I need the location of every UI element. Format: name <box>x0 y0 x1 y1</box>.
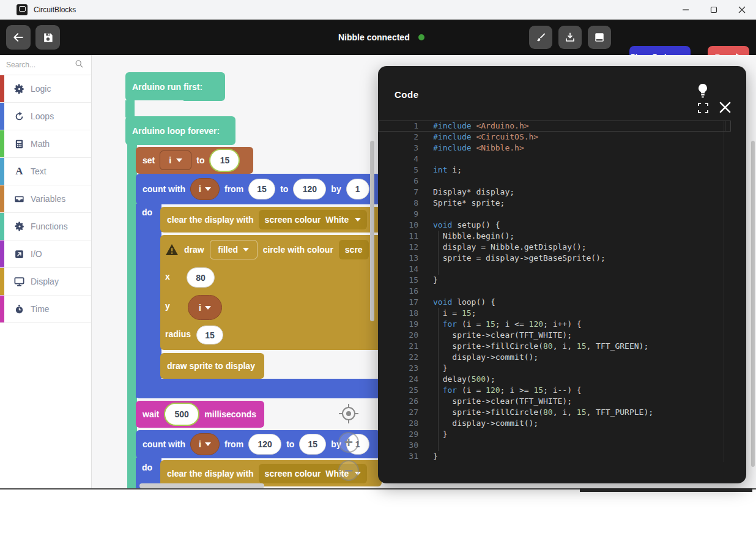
code-line[interactable]: 28 display->commit(); <box>378 418 731 429</box>
console-button[interactable] <box>588 26 611 49</box>
code-text: #include <CircuitOS.h> <box>433 132 538 141</box>
code-line[interactable]: 29 } <box>378 429 731 440</box>
close-button[interactable] <box>728 0 756 20</box>
autoformat-button[interactable] <box>695 82 711 100</box>
code-line[interactable]: 25 for (i = 120; i >= 15; i--) { <box>378 385 731 396</box>
code-line[interactable]: 22 display->commit(); <box>378 352 731 363</box>
code-line[interactable]: 27 sprite->fillCircle(80, i, 15, TFT_PUR… <box>378 407 731 418</box>
zoom-out-button[interactable]: − <box>338 460 359 481</box>
back-button[interactable] <box>6 25 31 50</box>
block-label: set <box>143 155 155 165</box>
sidebar-item-variables[interactable]: Variables <box>0 185 91 213</box>
minimize-button[interactable] <box>672 0 700 20</box>
number-value: 15 <box>205 330 215 340</box>
code-line[interactable]: 31} <box>378 451 731 462</box>
number-field[interactable]: 120 <box>248 434 281 455</box>
code-line[interactable]: 14 <box>378 264 731 275</box>
number-field[interactable]: 15 <box>196 326 223 344</box>
sidebar-item-text[interactable]: A Text <box>0 158 91 185</box>
code-line[interactable]: 4 <box>378 154 731 165</box>
code-line[interactable]: 2#include <CircuitOS.h> <box>378 132 731 143</box>
block-draw-circle[interactable]: draw filled circle with colour scre x 80… <box>160 235 382 350</box>
variable-dropdown[interactable]: i <box>160 151 191 170</box>
code-line[interactable]: 23 } <box>378 363 731 374</box>
number-field[interactable]: 500 <box>164 403 199 426</box>
block-wait[interactable]: wait 500 milliseconds <box>136 401 264 428</box>
variable-dropdown[interactable]: i <box>190 433 220 455</box>
fullscreen-button[interactable] <box>696 101 710 114</box>
code-line[interactable]: 11 Nibble.begin(); <box>378 231 731 242</box>
code-line[interactable]: 7Display* display; <box>378 187 731 198</box>
empty-statement-slot[interactable] <box>135 100 183 117</box>
code-line[interactable]: 26 sprite->clear(TFT_WHITE); <box>378 396 731 407</box>
sidebar-item-io[interactable]: I/O <box>0 240 91 268</box>
code-line[interactable]: 18 i = 15; <box>378 308 731 319</box>
vertical-scrollbar[interactable] <box>370 141 374 321</box>
line-number: 8 <box>378 198 418 209</box>
code-line[interactable]: 13 sprite = display->getBaseSprite(); <box>378 253 731 264</box>
block-label: count with <box>143 439 185 449</box>
close-code-panel-button[interactable] <box>717 100 732 114</box>
code-line[interactable]: 9 <box>378 209 731 220</box>
block-arduino-run-first[interactable]: Arduino run first: <box>125 72 225 101</box>
block-set-variable[interactable]: set i to 15 <box>136 147 253 174</box>
code-line[interactable]: 17void loop() { <box>378 297 731 308</box>
sidebar-item-functions[interactable]: Functions <box>0 213 91 240</box>
export-button[interactable] <box>558 26 582 49</box>
line-number: 24 <box>378 374 418 385</box>
page-scrollbar[interactable] <box>751 141 755 467</box>
sidebar-item-logic[interactable]: Logic <box>0 75 91 103</box>
code-line[interactable]: 15} <box>378 275 731 286</box>
number-field[interactable]: 120 <box>293 179 326 199</box>
warning-icon[interactable] <box>165 244 179 256</box>
code-line[interactable]: 24 delay(500); <box>378 374 731 385</box>
number-field[interactable]: 15 <box>209 149 240 172</box>
dropdown-caret-icon <box>205 442 211 446</box>
code-line[interactable]: 21 sprite->fillCircle(80, i, 15, TFT_GRE… <box>378 341 731 352</box>
screen-colour-dropdown[interactable]: screen colour White <box>259 210 368 229</box>
code-text: sprite->fillCircle(80, i, 15, TFT_PURPLE… <box>433 408 653 417</box>
code-line[interactable]: 10void setup() { <box>378 220 731 231</box>
maximize-button[interactable] <box>700 0 728 20</box>
number-field[interactable]: 1 <box>346 179 369 199</box>
param-label-y: y <box>165 301 170 311</box>
code-line[interactable]: 8Sprite* sprite; <box>378 198 731 209</box>
save-button[interactable] <box>35 25 60 50</box>
code-line[interactable]: 20 sprite->clear(TFT_WHITE); <box>378 330 731 341</box>
code-text: i = 15; <box>433 308 476 318</box>
code-line[interactable]: 19 for (i = 15; i <= 120; i++) { <box>378 319 731 330</box>
code-line[interactable]: 12 display = Nibble.getDisplay(); <box>378 242 731 253</box>
fill-style-dropdown[interactable]: filled <box>210 240 258 259</box>
block-draw-sprite[interactable]: draw sprite to display <box>160 353 264 379</box>
code-text: sprite = display->getBaseSprite(); <box>433 253 606 262</box>
sidebar-item-time[interactable]: Time <box>0 296 91 323</box>
sidebar-item-math[interactable]: Math <box>0 130 91 158</box>
code-line[interactable]: 6 <box>378 176 731 187</box>
paint-button[interactable] <box>529 26 552 49</box>
code-line[interactable]: 5int i; <box>378 165 731 176</box>
code-line[interactable]: 16 <box>378 286 731 297</box>
variable-dropdown[interactable]: i <box>188 295 222 320</box>
code-lines[interactable]: 1#include <Arduino.h>2#include <CircuitO… <box>378 121 731 462</box>
code-line[interactable]: 3#include <Nibble.h> <box>378 143 731 154</box>
variable-dropdown[interactable]: i <box>190 178 220 200</box>
sidebar-item-loops[interactable]: Loops <box>0 103 91 130</box>
recenter-button[interactable] <box>338 403 360 425</box>
block-arduino-loop-forever[interactable]: Arduino loop forever: <box>125 116 235 145</box>
block-label: circle with colour <box>263 245 333 255</box>
variable-name: i <box>199 303 201 313</box>
indent-guide <box>438 374 439 385</box>
block-clear-display[interactable]: clear the display with screen colour Whi… <box>160 207 382 233</box>
circle-colour-dropdown[interactable]: scre <box>339 240 369 259</box>
horizontal-scrollbar[interactable] <box>139 483 264 488</box>
number-field[interactable]: 15 <box>299 434 326 455</box>
block-label: from <box>224 439 243 449</box>
zoom-in-button[interactable]: + <box>338 432 359 453</box>
code-line[interactable]: 30 <box>378 440 731 451</box>
code-line[interactable]: 1#include <Arduino.h> <box>378 121 731 132</box>
block-count-with-up[interactable]: count with i from 15 to 120 by 1 <box>136 174 380 204</box>
number-field[interactable]: 15 <box>248 179 275 199</box>
search-box[interactable]: Search... <box>0 55 91 75</box>
sidebar-item-display[interactable]: Display <box>0 268 91 296</box>
number-field[interactable]: 80 <box>187 267 215 288</box>
